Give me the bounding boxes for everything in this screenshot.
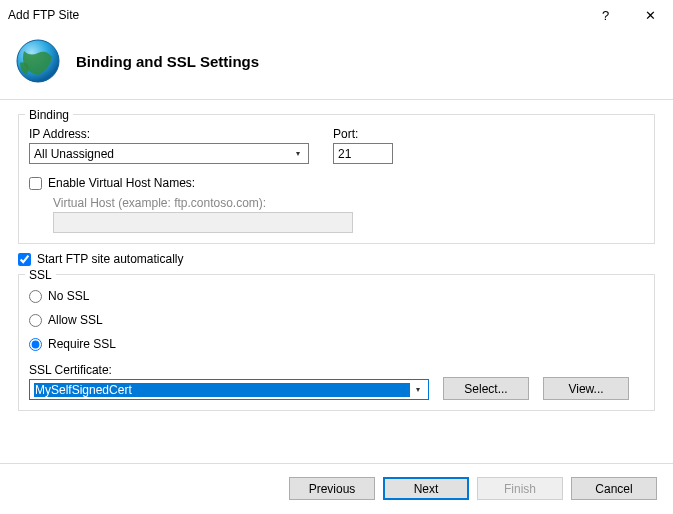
view-cert-button[interactable]: View... [543,377,629,400]
cancel-button[interactable]: Cancel [571,477,657,500]
binding-group: Binding IP Address: All Unassigned ▾ Por… [18,114,655,244]
help-button[interactable]: ? [583,0,628,30]
enable-vh-label: Enable Virtual Host Names: [48,176,195,190]
ssl-option-allow[interactable]: Allow SSL [29,313,644,327]
chevron-down-icon: ▾ [410,385,426,394]
ssl-cert-label: SSL Certificate: [29,363,429,377]
globe-icon [14,37,62,85]
auto-start-row[interactable]: Start FTP site automatically [18,252,655,266]
ssl-option-require[interactable]: Require SSL [29,337,644,351]
close-button[interactable]: ✕ [628,0,673,30]
page-title: Binding and SSL Settings [76,53,259,70]
ssl-option-no[interactable]: No SSL [29,289,644,303]
ssl-legend: SSL [25,268,56,282]
enable-vh-checkbox[interactable] [29,177,42,190]
wizard-footer: Previous Next Finish Cancel [0,467,673,514]
ip-address-value: All Unassigned [34,147,290,161]
window-title: Add FTP Site [8,8,583,22]
previous-button[interactable]: Previous [289,477,375,500]
next-button[interactable]: Next [383,477,469,500]
enable-vh-row[interactable]: Enable Virtual Host Names: [29,176,644,190]
port-input[interactable] [333,143,393,164]
ip-address-combo[interactable]: All Unassigned ▾ [29,143,309,164]
ssl-cert-combo[interactable]: MySelfSignedCert ▾ [29,379,429,400]
auto-start-checkbox[interactable] [18,253,31,266]
footer-divider [0,463,673,464]
ssl-group: SSL No SSL Allow SSL Require SSL SSL [18,274,655,411]
no-ssl-radio[interactable] [29,290,42,303]
titlebar: Add FTP Site ? ✕ [0,0,673,31]
chevron-down-icon: ▾ [290,149,306,158]
ip-address-label: IP Address: [29,127,309,141]
binding-legend: Binding [25,108,73,122]
require-ssl-radio[interactable] [29,338,42,351]
auto-start-label: Start FTP site automatically [37,252,184,266]
port-label: Port: [333,127,393,141]
ssl-cert-value: MySelfSignedCert [34,383,410,397]
select-cert-button[interactable]: Select... [443,377,529,400]
finish-button: Finish [477,477,563,500]
allow-ssl-radio[interactable] [29,314,42,327]
virtual-host-label: Virtual Host (example: ftp.contoso.com): [53,196,644,210]
wizard-header: Binding and SSL Settings [0,31,673,99]
virtual-host-input [53,212,353,233]
